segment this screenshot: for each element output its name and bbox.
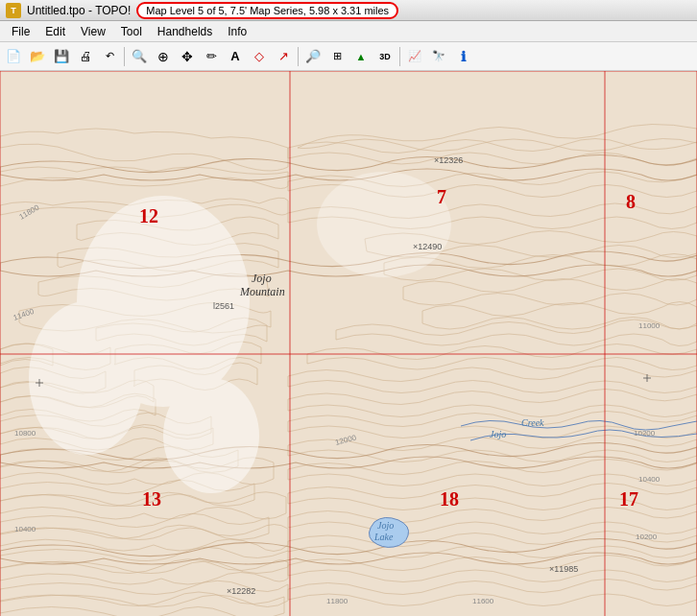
title-bar: T Untitled.tpo - TOPO! Map Level 5 of 5,… xyxy=(0,0,697,21)
gps-button[interactable]: ⊕ xyxy=(152,45,175,68)
svg-point-3 xyxy=(163,378,259,493)
zoom-in-button[interactable]: 🔍 xyxy=(128,45,151,68)
waypoint-button[interactable]: ◇ xyxy=(248,45,271,68)
map-info-badge: Map Level 5 of 5, 7.5' Map Series, 5.98 … xyxy=(136,2,398,19)
svg-point-2 xyxy=(29,301,144,455)
terrain-button[interactable]: ▲ xyxy=(349,45,373,68)
svg-text:10200: 10200 xyxy=(634,429,656,438)
menu-handhelds[interactable]: Handhelds xyxy=(150,23,220,40)
label-jojo-creek-1: Jojo xyxy=(490,429,506,439)
text-button[interactable]: A xyxy=(224,45,247,68)
app-icon: T xyxy=(6,3,21,18)
menu-view[interactable]: View xyxy=(73,23,113,40)
toolbar-separator-2 xyxy=(298,47,299,66)
svg-point-4 xyxy=(317,172,451,277)
binoculars-button[interactable]: 🔭 xyxy=(427,45,450,68)
menu-info[interactable]: Info xyxy=(220,23,254,40)
open-button[interactable]: 📂 xyxy=(26,45,49,68)
label-jojo-creek-2: Creek xyxy=(521,417,544,428)
toolbar-separator-1 xyxy=(124,47,125,66)
svg-text:10800: 10800 xyxy=(14,429,36,438)
grid-label-17: 17 xyxy=(619,488,638,509)
svg-text:10400: 10400 xyxy=(14,525,36,533)
menu-bar: File Edit View Tool Handhelds Info xyxy=(0,21,697,42)
profile-button[interactable]: 📈 xyxy=(403,45,426,68)
label-mountain: Mountain xyxy=(239,285,285,298)
grid-label-18: 18 xyxy=(440,488,459,509)
svg-text:10200: 10200 xyxy=(636,533,658,541)
3d-button[interactable]: 3D xyxy=(373,45,397,68)
grid-label-8: 8 xyxy=(626,191,636,212)
elev-12490: ×12490 xyxy=(413,242,442,251)
grid-label-13: 13 xyxy=(142,488,161,509)
print-button[interactable]: 🖨 xyxy=(74,45,97,68)
app-title: Untitled.tpo - TOPO! xyxy=(27,4,131,17)
grid-label-12: 12 xyxy=(139,205,158,226)
draw-button[interactable]: ✏ xyxy=(200,45,223,68)
find-button[interactable]: 🔎 xyxy=(301,45,324,68)
grid-label-7: 7 xyxy=(437,186,446,207)
label-jojo-lake-1: Jojo xyxy=(377,520,394,531)
toolbar: 📄 📂 💾 🖨 ↶ 🔍 ⊕ ✥ ✏ A ◇ ↗ 🔎 ⊞ ▲ 3D 📈 🔭 ℹ xyxy=(0,42,697,71)
menu-file[interactable]: File xyxy=(4,23,37,40)
save-button[interactable]: 💾 xyxy=(50,45,73,68)
elev-12282: ×12282 xyxy=(227,586,255,596)
new-button[interactable]: 📄 xyxy=(2,45,25,68)
topo-map: 12 7 8 13 18 17 ×12326 ×12490 l2561 ×122… xyxy=(0,71,697,616)
svg-text:11000: 11000 xyxy=(638,321,661,330)
elev-12326: ×12326 xyxy=(434,155,463,165)
route-button[interactable]: ↗ xyxy=(272,45,295,68)
svg-text:11600: 11600 xyxy=(472,597,494,605)
toolbar-separator-3 xyxy=(399,47,400,66)
grid-button[interactable]: ⊞ xyxy=(325,45,348,68)
menu-edit[interactable]: Edit xyxy=(37,23,73,40)
map-area[interactable]: 12 7 8 13 18 17 ×12326 ×12490 l2561 ×122… xyxy=(0,71,697,616)
elev-l2561: l2561 xyxy=(213,301,234,311)
elev-11985: ×11985 xyxy=(549,564,578,574)
undo-button[interactable]: ↶ xyxy=(98,45,121,68)
svg-text:10400: 10400 xyxy=(638,475,661,484)
info-button[interactable]: ℹ xyxy=(451,45,474,68)
menu-tool[interactable]: Tool xyxy=(113,23,150,40)
label-jojo-lake-2: Lake xyxy=(373,532,394,542)
svg-text:11800: 11800 xyxy=(326,597,348,605)
pan-button[interactable]: ✥ xyxy=(176,45,199,68)
label-jojo: Jojo xyxy=(252,272,272,285)
